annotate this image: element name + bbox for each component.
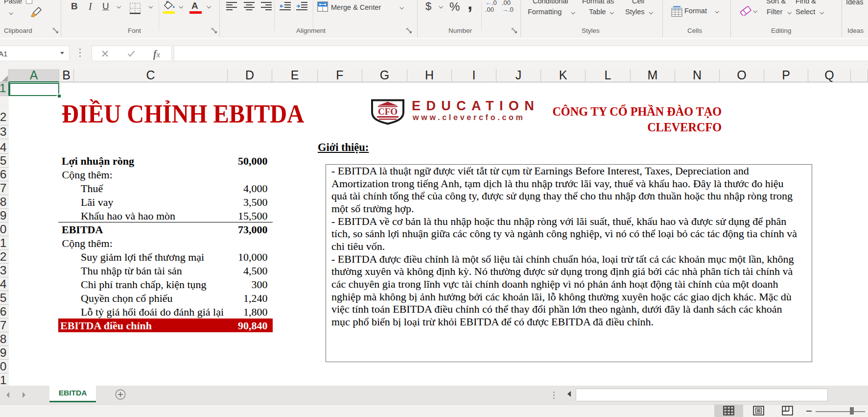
svg-text:CFO: CFO [378,106,398,117]
